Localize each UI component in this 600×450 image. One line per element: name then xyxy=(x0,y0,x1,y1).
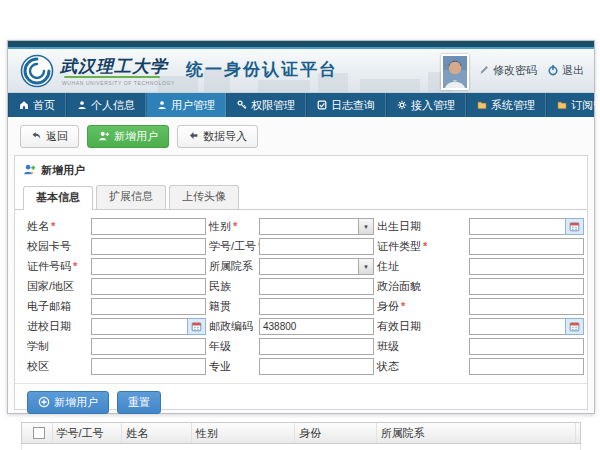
folder-icon xyxy=(557,100,567,112)
text-field[interactable] xyxy=(91,238,206,255)
new-user-icon xyxy=(23,163,36,178)
field-label: 电子邮箱 xyxy=(27,299,91,314)
text-field[interactable] xyxy=(469,258,584,275)
add-user-submit-button[interactable]: 新增用户 xyxy=(27,391,109,414)
university-name-en: WUHAN UNIVERSITY OF TECHNOLOGY xyxy=(62,80,175,86)
field-label: 学制 xyxy=(27,339,91,354)
select-field[interactable]: ▼ xyxy=(259,258,374,275)
logout-link[interactable]: 退出 xyxy=(547,63,584,78)
university-name: 武汉理工大学 xyxy=(60,55,168,78)
tab-2[interactable]: 扩展信息 xyxy=(96,185,166,209)
folder-icon xyxy=(477,100,487,112)
page: 武汉理工大学 WUHAN UNIVERSITY OF TECHNOLOGY 统一… xyxy=(0,0,600,450)
field-label: 邮政编码 xyxy=(209,319,259,334)
user-box: 修改密码 退出 xyxy=(441,49,584,92)
nav-item-label: 用户管理 xyxy=(171,98,215,113)
user-icon xyxy=(77,100,87,112)
required-star: * xyxy=(423,240,427,252)
home-icon xyxy=(19,100,29,112)
chevron-down-icon[interactable]: ▼ xyxy=(358,219,373,234)
text-field[interactable] xyxy=(469,298,584,315)
nav-item-label: 权限管理 xyxy=(251,98,295,113)
calendar-icon[interactable] xyxy=(565,318,584,335)
nav-item-8[interactable]: 订阅管理 xyxy=(546,93,600,118)
text-field[interactable]: 438800 xyxy=(259,318,374,335)
panel-title-label: 新增用户 xyxy=(41,163,85,178)
date-field[interactable] xyxy=(469,218,584,235)
nav-item-1[interactable]: 首页 xyxy=(8,93,66,118)
data-import-label: 数据导入 xyxy=(203,129,247,144)
table-body-empty xyxy=(21,444,581,450)
field-label: 出生日期 xyxy=(377,219,469,234)
nav-item-7[interactable]: 系统管理 xyxy=(466,93,546,118)
column-header: 身份 xyxy=(295,423,377,443)
content-area: 返回 新增用户 数据导入 新增用户 基本信息扩展信息上传头像 xyxy=(8,117,594,413)
power-icon xyxy=(547,64,559,78)
reset-button[interactable]: 重置 xyxy=(117,391,161,414)
nav-item-label: 系统管理 xyxy=(491,98,535,113)
toolbar: 返回 新增用户 数据导入 xyxy=(8,117,594,148)
select-field[interactable]: ▼ xyxy=(259,218,374,235)
pencil-icon xyxy=(479,64,490,77)
building-silhouette xyxy=(258,80,310,92)
nav-item-label: 接入管理 xyxy=(411,98,455,113)
text-field[interactable] xyxy=(259,358,374,375)
text-field[interactable] xyxy=(469,238,584,255)
logo-swoosh xyxy=(64,76,160,78)
field-label: 状态 xyxy=(377,359,469,374)
add-user-toolbar-label: 新增用户 xyxy=(114,129,158,144)
change-password-link[interactable]: 修改密码 xyxy=(479,63,537,78)
field-label: 专业 xyxy=(209,359,259,374)
chevron-down-icon[interactable]: ▼ xyxy=(358,259,373,274)
tab-1[interactable]: 基本信息 xyxy=(23,186,93,210)
avatar[interactable] xyxy=(441,54,469,90)
field-label: 所属院系 xyxy=(209,259,259,274)
text-field[interactable] xyxy=(91,298,206,315)
field-label: 进校日期 xyxy=(27,319,91,334)
add-user-submit-label: 新增用户 xyxy=(54,395,98,410)
field-label: 校园卡号 xyxy=(27,239,91,254)
nav-item-label: 订阅管理 xyxy=(571,98,600,113)
date-field[interactable] xyxy=(469,318,584,335)
field-label: 国家/地区 xyxy=(27,279,91,294)
text-field[interactable] xyxy=(91,258,206,275)
top-strip xyxy=(8,41,594,49)
text-field[interactable] xyxy=(259,298,374,315)
text-field[interactable] xyxy=(259,278,374,295)
add-user-toolbar-button[interactable]: 新增用户 xyxy=(87,125,169,148)
nav-item-3[interactable]: 用户管理 xyxy=(146,93,226,118)
nav-item-4[interactable]: 权限管理 xyxy=(226,93,306,118)
calendar-icon[interactable] xyxy=(565,218,584,235)
text-field[interactable] xyxy=(259,338,374,355)
column-header: 操作 xyxy=(576,423,580,443)
text-field[interactable] xyxy=(91,338,206,355)
tab-3[interactable]: 上传头像 xyxy=(169,185,239,209)
text-field[interactable] xyxy=(469,358,584,375)
field-label: 证件号码* xyxy=(27,259,91,274)
field-label: 民族 xyxy=(209,279,259,294)
field-value: 438800 xyxy=(263,321,296,332)
panel-title: 新增用户 xyxy=(15,156,587,182)
text-field[interactable] xyxy=(469,338,584,355)
text-field[interactable] xyxy=(259,238,374,255)
new-user-panel: 新增用户 基本信息扩展信息上传头像 姓名*性别*▼出生日期校园卡号学号/工号*证… xyxy=(14,155,588,410)
back-arrow-icon xyxy=(31,130,42,143)
back-button[interactable]: 返回 xyxy=(20,125,79,148)
text-field[interactable] xyxy=(91,358,206,375)
table-header: 学号/工号姓名性别身份所属院系操作 xyxy=(21,422,581,444)
text-field[interactable] xyxy=(469,278,584,295)
plus-circle-icon xyxy=(38,396,50,410)
app-window: 武汉理工大学 WUHAN UNIVERSITY OF TECHNOLOGY 统一… xyxy=(7,40,595,414)
building-silhouette xyxy=(360,79,420,92)
change-password-label: 修改密码 xyxy=(493,63,537,78)
nav-item-5[interactable]: 日志查询 xyxy=(306,93,386,118)
nav-item-2[interactable]: 个人信息 xyxy=(66,93,146,118)
text-field[interactable] xyxy=(91,278,206,295)
data-import-button[interactable]: 数据导入 xyxy=(177,125,258,148)
calendar-icon[interactable] xyxy=(187,318,206,335)
form-area: 姓名*性别*▼出生日期校园卡号学号/工号*证件类型*证件号码*所属院系▼住址国家… xyxy=(15,210,587,379)
select-all-checkbox[interactable] xyxy=(33,427,45,439)
text-field[interactable] xyxy=(91,218,206,235)
date-field[interactable] xyxy=(91,318,206,335)
nav-item-6[interactable]: 接入管理 xyxy=(386,93,466,118)
